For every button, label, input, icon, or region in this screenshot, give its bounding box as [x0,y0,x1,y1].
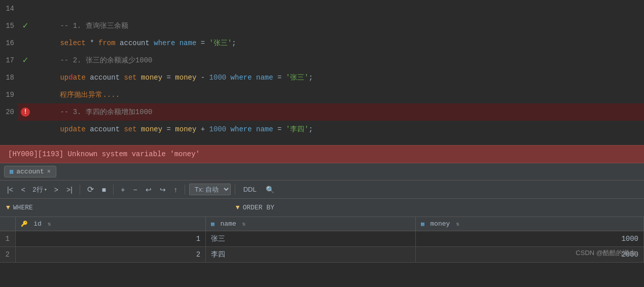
code-line-18: 18 程序抛出异常.... [0,69,644,86]
code-editor: 14 -- 1. 查询张三余额 15 ✓ select * from accou… [0,0,644,137]
line-indicator-18 [18,69,32,86]
line-indicator-14 [18,0,32,17]
line-number-19: 19 [0,86,18,103]
table-row: 1 1 张三 1000 [0,231,644,247]
account-tab[interactable]: ▦ account × [4,166,56,177]
sort-icon-money[interactable]: ⇅ [456,221,459,227]
check-icon-17: ✓ [23,52,28,69]
line-indicator-19 [18,86,32,103]
row-count-display: 2行 ▾ [30,185,49,194]
code-line-17: 17 ✓ update account set money = money - … [0,52,644,69]
toolbar-divider-1 [80,185,80,195]
pk-icon: 🔑 [21,221,28,227]
sort-icon-name[interactable]: ⇅ [242,221,246,227]
tx-mode-select[interactable]: Tx: 自动 [189,184,231,195]
col-header-id[interactable]: 🔑 id ⇅ [15,217,206,231]
last-row-button[interactable]: >| [63,184,76,195]
table-icon-money: ▦ [421,221,424,227]
results-table: 🔑 id ⇅ ▦ name ⇅ ▦ money ⇅ 1 1 [0,217,644,263]
table-header-row: 🔑 id ⇅ ▦ name ⇅ ▦ money ⇅ [0,217,644,231]
filter-bar: ▼ WHERE ▼ ORDER BY [0,199,644,217]
line-content-20: update account set money = money + 1000 … [32,103,644,121]
code-line-14: 14 -- 1. 查询张三余额 [0,0,644,17]
cell-id-2: 2 [15,247,206,263]
orderby-label: ORDER BY [243,204,274,211]
row-number-1: 1 [0,231,15,247]
where-label: WHERE [13,204,33,211]
table-icon: ▦ [10,168,13,175]
row-number-2: 2 [0,247,15,263]
cell-name-2: 李四 [206,247,416,263]
redo-button[interactable]: ↪ [157,184,169,195]
cell-name-1: 张三 [206,231,416,247]
code-line-16: 16 -- 2. 张三的余额减少1000 [0,34,644,52]
prev-row-button[interactable]: < [18,184,28,195]
refresh-button[interactable]: ⟳ [84,183,97,196]
next-row-button[interactable]: > [51,184,61,195]
line-number-14: 14 [0,0,18,17]
cell-money-1: 1000 [415,231,643,247]
undo-button[interactable]: ↩ [142,184,155,195]
line-content-16: -- 2. 张三的余额减少1000 [32,34,644,52]
error-icon-20: ! [21,107,30,117]
where-filter-section: ▼ WHERE [6,204,33,211]
code-line-20: 20 ! update account set money = money + … [0,103,644,121]
line-indicator-15: ✓ [18,17,32,34]
error-banner: [HY000][1193] Unknown system variable 'm… [0,145,644,163]
line-number-20: 20 [0,103,18,121]
line-indicator-17: ✓ [18,52,32,69]
check-icon-15: ✓ [23,17,28,34]
code-line-15: 15 ✓ select * from account where name = … [0,17,644,34]
toolbar-divider-3 [185,185,185,195]
line-content-15: select * from account where name = '张三'; [32,17,644,34]
tab-bar: ▦ account × [0,163,644,181]
line-number-15: 15 [0,17,18,34]
orderby-icon: ▼ [236,204,240,211]
line-number-18: 18 [0,69,18,86]
editor-gap [0,137,644,145]
row-num-header [0,217,15,231]
add-row-button[interactable]: + [118,184,128,195]
search-button[interactable]: 🔍 [263,184,277,195]
ddl-button[interactable]: DDL [239,185,261,194]
results-toolbar: |< < 2行 ▾ > >| ⟳ ■ + − ↩ ↪ ↑ Tx: 自动 DDL … [0,181,644,199]
error-text: [HY000][1193] Unknown system variable 'm… [8,150,200,158]
sort-icon-id[interactable]: ⇅ [48,221,51,227]
line-indicator-20: ! [18,103,32,121]
line-indicator-16 [18,34,32,52]
col-header-name[interactable]: ▦ name ⇅ [206,217,416,231]
filter-icon: ▼ [6,204,10,211]
col-name-money: money [430,220,450,228]
line-content-18: 程序抛出异常.... [32,69,644,86]
first-row-button[interactable]: |< [4,184,16,195]
line-number-17: 17 [0,52,18,69]
orderby-filter-section: ▼ ORDER BY [236,204,274,211]
line-content-17: update account set money = money - 1000 … [32,52,644,69]
tab-label: account [16,168,44,175]
up-button[interactable]: ↑ [171,184,181,195]
stop-button[interactable]: ■ [99,184,109,195]
col-name-name: name [221,220,236,228]
table-icon-name: ▦ [211,221,214,227]
row-count-text: 2行 [32,185,43,194]
remove-row-button[interactable]: − [130,184,140,195]
line-number-16: 16 [0,34,18,52]
col-header-money[interactable]: ▦ money ⇅ [415,217,643,231]
col-name-id: id [33,220,42,228]
line-content-19: -- 3. 李四的余额增加1000 [32,86,644,103]
row-count-dropdown-icon[interactable]: ▾ [44,187,47,193]
watermark: CSDN @酷酷的懒虫 [576,248,636,258]
cell-id-1: 1 [15,231,206,247]
code-line-19: 19 -- 3. 李四的余额增加1000 [0,86,644,103]
toolbar-divider-4 [235,185,235,195]
line-content-14: -- 1. 查询张三余额 [32,0,644,17]
results-table-wrapper: 🔑 id ⇅ ▦ name ⇅ ▦ money ⇅ 1 1 [0,217,644,263]
table-row: 2 2 李四 2000 [0,247,644,263]
tab-close-button[interactable]: × [47,168,51,175]
toolbar-divider-2 [113,185,114,195]
